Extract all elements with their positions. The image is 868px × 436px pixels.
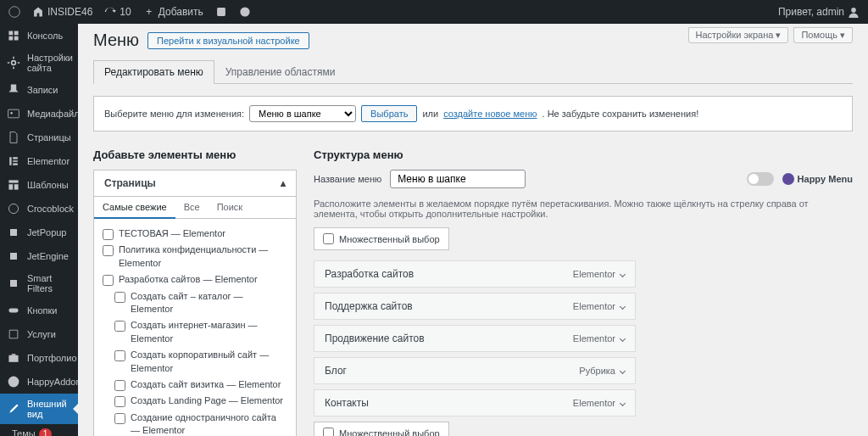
selector-or: или <box>422 109 438 119</box>
svg-rect-1 <box>217 8 225 16</box>
help-button[interactable]: Помощь ▾ <box>793 27 853 43</box>
svg-rect-5 <box>8 109 19 118</box>
sidebar-sub-0[interactable]: Темы1 <box>0 424 78 436</box>
menu-name-input[interactable] <box>390 170 526 188</box>
svg-rect-10 <box>13 163 18 165</box>
menu-item-type: Elementor <box>573 398 625 408</box>
add-elements-title: Добавьте элементы меню <box>93 148 297 161</box>
happy-icon <box>7 375 20 388</box>
menu-item-0[interactable]: Разработка сайтовElementor <box>314 260 636 288</box>
happy-menu-toggle[interactable] <box>747 172 774 186</box>
sidebar-item-9[interactable]: JetEngine <box>0 244 78 268</box>
sidebar-item-7[interactable]: Crocoblock <box>0 197 78 221</box>
topbar-extra-icon-2[interactable] <box>239 6 251 18</box>
elementor-icon <box>7 154 20 168</box>
menu-item-label: Контакты <box>325 397 369 409</box>
svg-rect-8 <box>13 157 18 159</box>
svg-rect-9 <box>13 160 18 162</box>
svg-point-14 <box>8 204 18 213</box>
svg-rect-7 <box>9 157 11 165</box>
page-checkbox-6[interactable]: Создать сайт визитка — Elementor <box>103 377 287 393</box>
button-icon <box>7 304 20 317</box>
main-content: Настройки экрана ▾ Помощь ▾ Меню Перейти… <box>78 24 868 436</box>
menu-select[interactable]: Меню в шапке <box>249 105 356 122</box>
svg-point-2 <box>240 7 249 16</box>
admin-topbar: INSIDE46 10 +Добавить Привет, admin <box>0 0 868 24</box>
greeting[interactable]: Привет, admin <box>778 6 860 18</box>
page-icon <box>7 131 20 144</box>
happy-menu-label: Happy Menu <box>782 173 853 185</box>
menu-item-label: Разработка сайтов <box>325 268 414 280</box>
sidebar-item-4[interactable]: Страницы <box>0 126 78 149</box>
pin-icon <box>7 83 20 97</box>
selector-label: Выберите меню для изменения: <box>104 109 244 119</box>
nav-tab-1[interactable]: Управление областями <box>214 60 347 84</box>
happy-icon <box>782 173 794 185</box>
page-checkbox-8[interactable]: Создание одностраничного сайта — Element… <box>103 410 287 436</box>
jet-icon <box>7 226 20 239</box>
sidebar-item-10[interactable]: Smart Filters <box>0 268 78 299</box>
wp-logo[interactable] <box>8 6 20 18</box>
sidebar-item-15[interactable]: Внешний вид <box>0 394 78 424</box>
create-menu-link[interactable]: создайте новое меню <box>443 109 537 119</box>
svg-rect-15 <box>10 229 17 236</box>
panel-tab-2[interactable]: Поиск <box>209 197 251 218</box>
gear-icon <box>7 56 20 70</box>
pages-panel-header[interactable]: Страницы▴ <box>94 170 296 197</box>
page-title-row: Меню Перейти к визуальной настройке <box>93 31 688 50</box>
selector-reminder: . Не забудьте сохранить изменения! <box>542 109 699 119</box>
menu-item-2[interactable]: Продвижение сайтовElementor <box>314 325 636 352</box>
sidebar-item-14[interactable]: HappyAddons <box>0 370 78 394</box>
nav-tab-0[interactable]: Редактировать меню <box>93 60 214 84</box>
sidebar-item-1[interactable]: Настройки сайта <box>0 48 78 78</box>
topbar-extra-icon-1[interactable] <box>215 6 227 18</box>
page-checkbox-1[interactable]: Политика конфиденциальности — Elementor <box>103 242 287 271</box>
menu-item-1[interactable]: Поддержка сайтовElementor <box>314 293 636 320</box>
multi-select-bottom[interactable]: Множественный выбор <box>314 422 449 436</box>
sidebar-item-12[interactable]: Услуги <box>0 322 78 346</box>
sidebar-item-6[interactable]: Шаблоны <box>0 173 78 197</box>
menu-item-label: Блог <box>325 365 347 377</box>
svg-point-20 <box>8 377 19 388</box>
pages-panel: Страницы▴ Самые свежиеВсеПоиск ТЕСТОВАЯ … <box>93 170 297 436</box>
page-title: Меню <box>93 31 139 50</box>
add-new-link[interactable]: +Добавить <box>143 6 203 18</box>
chevron-down-icon <box>620 400 626 405</box>
structure-title: Структура меню <box>314 148 853 161</box>
panel-tab-0[interactable]: Самые свежие <box>94 197 175 219</box>
live-preview-button[interactable]: Перейти к визуальной настройке <box>147 32 309 49</box>
menu-item-label: Продвижение сайтов <box>325 333 425 344</box>
menu-selector-bar: Выберите меню для изменения: Меню в шапк… <box>93 96 853 131</box>
select-button[interactable]: Выбрать <box>361 105 417 122</box>
page-checkbox-5[interactable]: Создать корпоративный сайт — Elementor <box>103 347 287 377</box>
screen-options-button[interactable]: Настройки экрана ▾ <box>688 27 789 43</box>
page-checkbox-3[interactable]: Создать сайт – каталог — Elementor <box>103 288 287 318</box>
updates-link[interactable]: 10 <box>104 6 131 18</box>
sidebar-item-0[interactable]: Консоль <box>0 24 78 48</box>
sidebar-item-11[interactable]: Кнопки <box>0 299 78 322</box>
page-checkbox-7[interactable]: Создать Landing Page — Elementor <box>103 393 287 409</box>
site-name[interactable]: INSIDE46 <box>32 6 92 18</box>
menu-item-4[interactable]: КонтактыElementor <box>314 389 636 416</box>
sidebar-item-8[interactable]: JetPopup <box>0 221 78 244</box>
portfolio-icon <box>7 351 20 365</box>
page-checkbox-2[interactable]: Разработка сайтов — Elementor <box>103 271 287 288</box>
menu-item-3[interactable]: БлогРубрика <box>314 357 636 384</box>
svg-rect-16 <box>10 253 17 260</box>
svg-rect-12 <box>8 184 13 189</box>
sidebar-item-13[interactable]: Портфолио <box>0 346 78 370</box>
menu-item-type: Elementor <box>573 301 625 311</box>
svg-rect-19 <box>8 355 18 362</box>
chevron-down-icon <box>620 303 626 309</box>
chevron-up-icon: ▴ <box>281 177 286 189</box>
page-checkbox-4[interactable]: Создать интернет-магазин — Elementor <box>103 317 287 347</box>
sidebar-item-3[interactable]: Медиафайлы <box>0 102 78 126</box>
panel-tab-1[interactable]: Все <box>175 197 209 218</box>
menu-item-type: Рубрика <box>579 366 625 376</box>
sidebar-item-2[interactable]: Записи <box>0 78 78 102</box>
svg-point-3 <box>851 8 856 13</box>
sidebar-item-5[interactable]: Elementor <box>0 149 78 173</box>
multi-select-top[interactable]: Множественный выбор <box>314 227 449 250</box>
jet-icon <box>7 277 20 290</box>
page-checkbox-0[interactable]: ТЕСТОВАЯ — Elementor <box>103 226 287 242</box>
